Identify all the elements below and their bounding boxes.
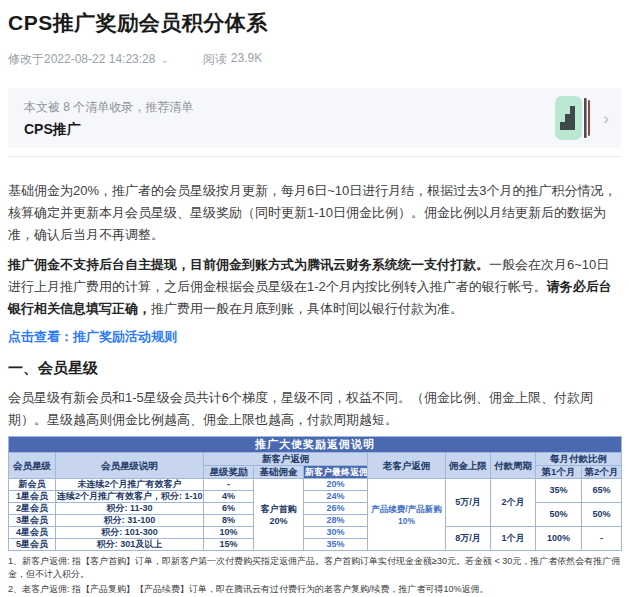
col-header-star-bonus: 星级奖励 [204,466,254,479]
page-title: CPS推广奖励会员积分体系 [8,8,621,38]
cell-final: 30% [304,527,368,539]
meta-row: 修改于2022-08-22 14:23:28 ⌄ 阅读 23.9K [8,51,621,68]
cell-star: 5星会员 [9,539,56,551]
cell-m1-rows3to4: 50% [536,503,582,527]
section-title-member-star: 一、会员星级 [8,359,621,377]
cell-desc: 未连续2个月推广有效客户 [56,479,204,491]
collection-card-text: 本文被 8 个清单收录，推荐清单 CPS推广 [24,100,555,137]
col-header-monthly: 每月付款比例 [536,453,622,466]
cell-final: 20% [304,479,368,491]
col-header-final: 新客户最终返佣 [304,466,368,479]
cell-final: 28% [304,515,368,527]
cell-desc: 积分: 11-30 [56,503,204,515]
cell-final: 35% [304,539,368,551]
cell-m2-rows5to6: - [582,527,622,551]
cell-star-bonus: 8% [204,515,254,527]
read-count-label: 阅读 [203,51,227,68]
table-footnotes: 1、新客户返佣: 指【客户首购】订单，即新客户第一次付费购买指定返佣产品。客户首… [8,555,621,596]
read-count: 阅读 23.9K [203,51,262,68]
cell-final: 26% [304,503,368,515]
col-header-base: 基础佣金 [254,466,304,479]
list-thumbnail [555,95,591,141]
cell-star: 2星会员 [9,503,56,515]
cell-final: 24% [304,491,368,503]
table-row: 4星会员 积分: 101-300 10% 30% 8万/月 1个月 100% - [9,527,622,539]
cell-star-bonus: 6% [204,503,254,515]
cell-star: 新会员 [9,479,56,491]
col-header-old-customer: 老客户返佣 [368,453,446,479]
cell-cap-rows1to4: 5万/月 [446,479,491,527]
cell-old-line2: 10% [369,515,444,527]
cell-desc: 积分: 101-300 [56,527,204,539]
collection-name: CPS推广 [24,121,555,137]
footnote-new-customer: 1、新客户返佣: 指【客户首购】订单，即新客户第一次付费购买指定返佣产品。客户首… [8,555,621,580]
cell-star-bonus: 4% [204,491,254,503]
cell-old-line1: 产品续费/产品新购 [369,503,444,515]
cell-desc: 积分: 301及以上 [56,539,204,551]
chevron-down-icon[interactable]: ⌄ [160,55,168,65]
reward-commission-table: 推广大使奖励返佣说明 会员星级 会员星级说明 新客户返佣 老客户返佣 佣金上限 … [8,436,622,551]
paragraph-payment-normal-2: 推广费用一般在月底到账，具体时间以银行付款为准。 [151,301,463,316]
cell-star: 4星会员 [9,527,56,539]
col-header-cap: 佣金上限 [446,453,491,479]
cell-base-commission: 客户首购 20% [254,479,304,551]
divider [8,156,621,157]
cell-star-bonus: - [204,479,254,491]
modified-timestamp: 修改于2022-08-22 14:23:28 [8,51,155,68]
col-header-new-customer: 新客户返佣 [204,453,368,466]
promo-rules-link[interactable]: 点击查看：推广奖励活动规则 [8,329,621,344]
cell-cycle-rows5to6: 1个月 [491,527,536,551]
cell-desc: 积分: 31-100 [56,515,204,527]
cell-cycle-rows1to4: 2个月 [491,479,536,527]
cell-star-bonus: 15% [204,539,254,551]
stairs-chart-graphic [555,95,591,141]
cell-star-bonus: 10% [204,527,254,539]
cell-cap-rows5to6: 8万/月 [446,527,491,551]
cell-desc: 连续2个月推广有效客户，积分: 1-10 [56,491,204,503]
table-row: 新会员 未连续2个月推广有效客户 - 客户首购 20% 20% 产品续费/产品新… [9,479,622,491]
footnote-old-customer: 2、老客户返佣: 指【产品复购】【产品续费】订单，即在腾讯云有过付费行为的老客户… [8,583,621,596]
cell-star: 1星会员 [9,491,56,503]
col-header-star: 会员星级 [9,453,56,479]
cell-base-line1: 客户首购 [255,503,302,515]
table-header-row-1: 会员星级 会员星级说明 新客户返佣 老客户返佣 佣金上限 付款周期 每月付款比例 [9,453,622,466]
col-header-month-2: 第2个月 [582,466,622,479]
cell-m2-rows1to2: 65% [582,479,622,503]
collection-summary: 本文被 8 个清单收录，推荐清单 [24,100,555,114]
cell-star: 3星会员 [9,515,56,527]
cell-m1-rows5to6: 100% [536,527,582,551]
cell-m2-rows3to4: 50% [582,503,622,527]
cell-old-customer: 产品续费/产品新购 10% [368,479,446,551]
chevron-right-icon[interactable]: › [603,110,609,127]
read-count-value: 23.9K [231,51,262,68]
table-title-row: 推广大使奖励返佣说明 [9,437,622,453]
paragraph-payment: 推广佣金不支持后台自主提现，目前佣金到账方式为腾讯云财务系统统一支付打款。一般会… [8,254,621,320]
paragraph-base-commission: 基础佣金为20%，推广者的会员星级按月更新，每月6日~10日进行月结，根据过去3… [8,180,621,246]
article-page: CPS推广奖励会员积分体系 修改于2022-08-22 14:23:28 ⌄ 阅… [0,8,629,596]
col-header-desc: 会员星级说明 [56,453,204,479]
col-header-month-1: 第1个月 [536,466,582,479]
col-header-cycle: 付款周期 [491,453,536,479]
table-title: 推广大使奖励返佣说明 [9,437,622,453]
cell-m1-rows1to2: 35% [536,479,582,503]
collection-card[interactable]: 本文被 8 个清单收录，推荐清单 CPS推广 › [8,88,621,148]
paragraph-payment-bold-1: 推广佣金不支持后台自主提现，目前佣金到账方式为腾讯云财务系统统一支付打款。 [8,257,489,272]
cell-base-line2: 20% [255,515,302,527]
paragraph-star-levels: 会员星级有新会员和1-5星级会员共计6个梯度，星级不同，权益不同。（佣金比例、佣… [8,387,621,431]
